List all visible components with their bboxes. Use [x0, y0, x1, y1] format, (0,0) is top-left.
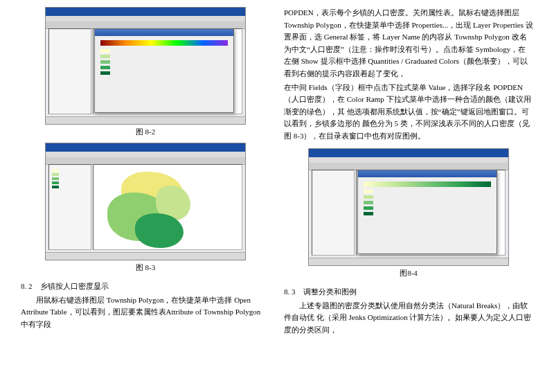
arcmap-screenshot-2: [45, 143, 246, 260]
body-paragraph: 在中间 Fields（字段）框中点击下拉式菜单 Value，选择字段名 POPD…: [284, 82, 533, 143]
right-column: POPDEN，表示每个乡镇的人口密度。关闭属性表。鼠标右键选择图层 Townsh…: [284, 7, 533, 385]
workspace: [48, 164, 242, 250]
section-heading-8-2: 8. 2 乡镇按人口密度显示: [21, 280, 270, 293]
class-rows: [359, 190, 495, 216]
figure-caption: 图 8-3: [136, 262, 155, 274]
body-paragraph: 上述专题图的密度分类默认使用自然分类法（Natural Breaks），由软件自…: [284, 300, 533, 337]
body-paragraph: POPDEN，表示每个乡镇的人口密度。关闭属性表。鼠标右键选择图层 Townsh…: [284, 7, 533, 80]
body-paragraph: 用鼠标右键选择图层 Township Polygon，在快捷菜单中选择 Open…: [21, 294, 270, 331]
window-menubar: [309, 157, 508, 163]
class-rows: [96, 48, 232, 75]
statusbar: [309, 258, 508, 265]
dialog-titlebar: [358, 170, 497, 177]
arcmap-screenshot-3: [308, 148, 509, 266]
figure-caption: 图 8-2: [136, 126, 155, 139]
statusbar: [46, 116, 245, 124]
window-titlebar: [309, 149, 508, 157]
left-column: 图 8-2: [21, 7, 270, 385]
statusbar: [46, 252, 245, 260]
dialog-titlebar: [95, 29, 233, 36]
toc-legend: [49, 165, 91, 194]
figure-caption: 图8-4: [400, 267, 418, 280]
arcmap-screenshot-1: [45, 7, 246, 125]
section-heading-8-3: 8. 3 调整分类和图例: [284, 286, 533, 299]
color-ramp: [100, 40, 228, 46]
document-page: 图 8-2: [0, 0, 554, 392]
figure-8-2: 图 8-2: [21, 7, 270, 139]
figure-8-4: 图8-4: [284, 148, 533, 280]
layers-toc: [48, 28, 91, 114]
map-view: [93, 164, 242, 250]
figure-8-3: 图 8-3: [21, 143, 270, 274]
window-titlebar: [46, 8, 245, 16]
window-titlebar: [46, 143, 245, 152]
layer-properties-dialog: [94, 28, 234, 113]
window-menubar: [46, 16, 245, 21]
layer-properties-dialog: [357, 170, 497, 254]
color-ramp: [364, 181, 491, 187]
layers-toc: [48, 164, 91, 250]
window-menubar: [46, 152, 245, 157]
layers-toc: [312, 170, 355, 256]
